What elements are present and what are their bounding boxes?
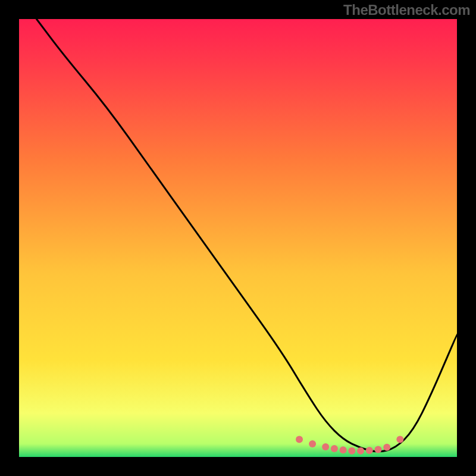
floor-dot [331,445,338,452]
floor-dot [383,444,390,451]
chart-frame: TheBottleneck.com [0,0,476,476]
floor-dot [340,446,347,453]
gradient-area [19,19,457,457]
floor-dot [322,443,329,450]
bottleneck-chart [19,19,457,457]
floor-dot [357,447,364,455]
floor-dot [366,447,373,454]
floor-dot [348,447,355,455]
floor-dot [309,440,316,447]
watermark-text: TheBottleneck.com [343,2,470,18]
floor-dot [375,446,382,453]
floor-dot [296,436,303,443]
floor-dot [396,436,403,443]
